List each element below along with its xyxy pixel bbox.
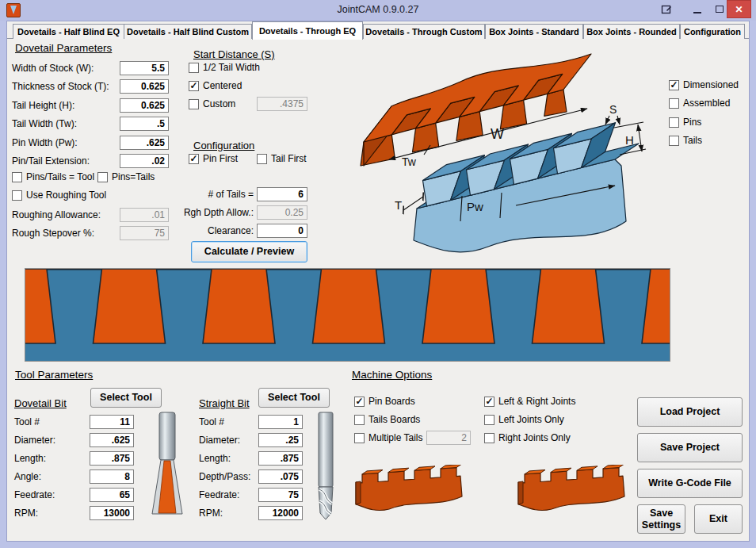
pin-first-checkbox[interactable]: ✓ Pin First	[189, 153, 238, 164]
checkbox-box[interactable]: ✓	[189, 81, 199, 91]
tail-first-checkbox[interactable]: Tail First	[257, 153, 307, 164]
checkbox-label: Assembled	[683, 98, 730, 109]
st-tool-num-input[interactable]	[258, 415, 303, 429]
st-depth-pass-input[interactable]	[258, 469, 303, 484]
left-joints-only-checkbox[interactable]: Left Joints Only	[484, 414, 564, 425]
title-bar: JointCAM 0.9.0.27 ✕	[0, 0, 756, 21]
dovetail-bit-heading: Dovetail Bit	[14, 397, 67, 409]
dt-feedrate-input[interactable]	[90, 488, 134, 502]
select-straight-tool-button[interactable]: Select Tool	[258, 388, 330, 408]
right-joints-only-checkbox[interactable]: Right Joints Only	[484, 432, 571, 443]
pin-board-preview	[518, 465, 624, 510]
pins-tails-tool-checkbox[interactable]: Pins/Tails = Tool	[12, 171, 94, 182]
checkbox-box[interactable]: ✓	[189, 154, 199, 164]
thickness-of-stock-input[interactable]	[120, 79, 169, 94]
dt-angle-input[interactable]	[90, 469, 134, 484]
dt-length-label: Length:	[14, 453, 46, 464]
checkbox-box[interactable]	[189, 99, 199, 109]
pin-boards-checkbox[interactable]: ✓ Pin Boards	[354, 396, 415, 407]
dt-rpm-input[interactable]	[90, 506, 134, 520]
dt-diameter-label: Diameter:	[14, 435, 55, 446]
st-length-input[interactable]	[258, 451, 303, 466]
checkbox-label: Tails Boards	[368, 414, 420, 425]
checkbox-label: Right Joints Only	[498, 432, 571, 443]
configuration-heading: Configuration	[193, 140, 254, 151]
save-settings-button[interactable]: Save Settings	[637, 504, 685, 534]
custom-start-input	[257, 97, 307, 111]
st-diameter-input[interactable]	[258, 433, 303, 447]
dt-angle-label: Angle:	[14, 471, 41, 482]
checkbox-box[interactable]	[189, 63, 199, 73]
custom-checkbox[interactable]: Custom	[189, 98, 235, 109]
h-dim-label: H	[625, 133, 634, 147]
pen-input-icon[interactable]	[658, 0, 675, 18]
checkbox-box[interactable]	[257, 154, 267, 164]
tail-width-input[interactable]	[120, 117, 169, 131]
start-distance-heading: Start Distance (S)	[193, 48, 275, 60]
num-tails-label: # of Tails =	[174, 189, 254, 200]
checkbox-box[interactable]: ✓	[354, 397, 365, 407]
st-rpm-input[interactable]	[258, 506, 303, 520]
pins-equals-tails-checkbox[interactable]: Pins=Tails	[97, 171, 155, 182]
pin-board-preview	[356, 465, 462, 510]
width-of-stock-input[interactable]	[120, 61, 169, 75]
tab-dovetails-through-custom[interactable]: Dovetails - Through Custom	[363, 24, 485, 39]
tail-height-input[interactable]	[120, 98, 169, 113]
t-dim-label: T	[395, 198, 402, 212]
st-diameter-label: Diameter:	[199, 435, 240, 446]
tab-dovetails-through-eq[interactable]: Dovetails - Through EQ	[252, 21, 363, 40]
tab-box-joints-standard[interactable]: Box Joints - Standard	[485, 24, 583, 39]
use-roughing-tool-checkbox[interactable]: Use Roughing Tool	[12, 190, 106, 201]
dovetail-parameters-heading: Dovetail Parameters	[15, 42, 112, 54]
pin-width-input[interactable]	[120, 136, 169, 150]
half-tail-width-checkbox[interactable]: 1/2 Tail Width	[189, 62, 260, 73]
st-feedrate-input[interactable]	[258, 488, 303, 502]
pw-dim-label: Pw	[467, 200, 483, 213]
joint-preview-strip	[25, 268, 670, 362]
w-dim-label: W	[491, 126, 504, 142]
dimensioned-checkbox[interactable]: ✓ Dimensioned	[669, 79, 739, 90]
checkbox-box[interactable]	[97, 172, 108, 182]
pin-tail-extension-input[interactable]	[120, 154, 169, 168]
dt-tool-num-input[interactable]	[90, 415, 134, 429]
checkbox-box[interactable]	[484, 433, 494, 443]
checkbox-box[interactable]: ✓	[484, 397, 494, 407]
checkbox-box[interactable]	[12, 190, 22, 201]
straight-bit-image	[311, 410, 340, 523]
checkbox-box[interactable]	[354, 415, 365, 425]
dt-length-input[interactable]	[90, 451, 134, 466]
dt-diameter-input[interactable]	[90, 433, 134, 447]
tab-box-joints-rounded[interactable]: Box Joints - Rounded	[583, 24, 680, 39]
checkbox-box[interactable]	[484, 415, 494, 425]
save-project-button[interactable]: Save Project	[637, 433, 743, 462]
rgh-depth-allow-label: Rgh Dpth Allow.:	[174, 207, 254, 218]
dovetail-bit-image	[149, 410, 185, 523]
checkbox-label: Pins	[683, 117, 701, 128]
checkbox-label: Pin Boards	[368, 396, 415, 407]
load-project-button[interactable]: Load Project	[637, 397, 743, 427]
rgh-depth-allow-input	[257, 205, 307, 220]
multiple-tails-input	[426, 431, 471, 445]
clearance-input[interactable]	[257, 224, 307, 238]
checkbox-box[interactable]	[12, 172, 22, 182]
checkbox-box[interactable]	[354, 433, 365, 443]
tab-configuration[interactable]: Configuration	[680, 24, 745, 39]
num-tails-input[interactable]	[257, 187, 307, 201]
tails-boards-checkbox[interactable]: Tails Boards	[354, 414, 420, 425]
tab-dovetails-half-blind-custom[interactable]: Dovetails - Half Blind Custom	[124, 24, 252, 39]
tab-dovetails-half-blind-eq[interactable]: Dovetails - Half Blind EQ	[13, 24, 124, 39]
minimize-button[interactable]	[688, 0, 707, 18]
preview-pin	[533, 269, 605, 343]
exit-button[interactable]: Exit	[694, 504, 743, 534]
left-right-joints-checkbox[interactable]: ✓ Left & Right Joints	[484, 396, 575, 407]
pin-width-label: Pin Width (Pw):	[12, 137, 78, 148]
tool-parameters-heading: Tool Parameters	[15, 369, 93, 381]
write-gcode-button[interactable]: Write G-Code File	[637, 469, 743, 498]
centered-checkbox[interactable]: ✓ Centered	[189, 80, 242, 91]
roughing-allowance-input	[120, 208, 169, 222]
select-dovetail-tool-button[interactable]: Select Tool	[90, 388, 162, 408]
preview-pin	[203, 269, 275, 343]
close-button[interactable]: ✕	[727, 0, 751, 18]
multiple-tails-checkbox[interactable]: Multiple Tails	[354, 432, 422, 443]
calculate-preview-button[interactable]: Calculate / Preview	[191, 241, 307, 263]
